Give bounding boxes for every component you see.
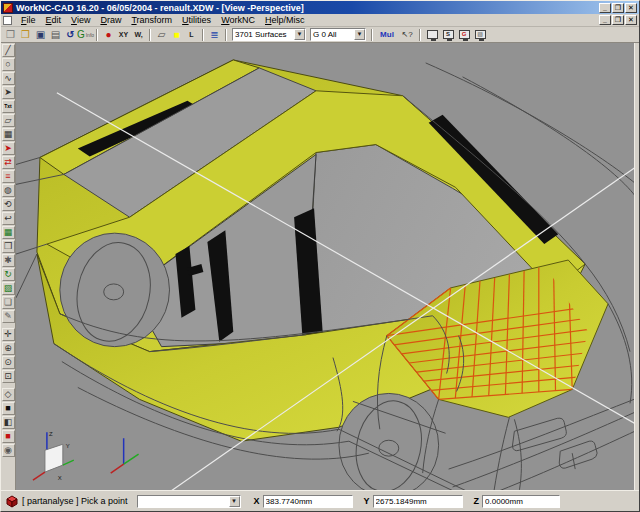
copy-tool[interactable]: ⇄	[2, 156, 15, 169]
hidden-line-cube-tool[interactable]: ◧	[2, 416, 15, 429]
toolbar-separator	[96, 29, 98, 41]
settings-tool[interactable]: ✱	[2, 254, 15, 267]
toolbar-separator	[371, 29, 373, 41]
xy-plane-button[interactable]: XY	[116, 28, 131, 42]
new-button[interactable]: ❐	[3, 28, 18, 42]
pick-tool[interactable]: ➤	[2, 86, 15, 99]
worknc-w-button[interactable]: W,	[131, 28, 146, 42]
folder-tool[interactable]: ❏	[2, 296, 15, 309]
monitor-icon: S	[443, 30, 454, 39]
x-coord-field[interactable]	[263, 495, 353, 508]
toolbar-separator	[202, 29, 204, 41]
monitor-icon: ▨	[475, 30, 486, 39]
group-combo-arrow[interactable]: ▼	[354, 29, 365, 40]
toolbar-separator	[149, 29, 151, 41]
zoom-in-tool[interactable]: ⊕	[2, 342, 15, 355]
color-swatch-button[interactable]: ■	[169, 28, 184, 42]
layer-combobox[interactable]: 3701 Surfaces ▼	[232, 28, 306, 41]
query-tool[interactable]: ✎	[2, 310, 15, 323]
monitor-icon: G	[459, 30, 470, 39]
application-window: WorkNC-CAD 16.20 - 06/05/2004 - renault.…	[0, 0, 640, 512]
mesh-tool[interactable]: ▦	[2, 128, 15, 141]
plane-z-label: Z	[49, 431, 53, 437]
plane-button[interactable]: ▱	[154, 28, 169, 42]
window-right-frame	[634, 43, 639, 490]
screen-shaded-button[interactable]: ▨	[472, 28, 488, 42]
layer-l-button[interactable]: L	[184, 28, 199, 42]
refresh-tool[interactable]: ↻	[2, 268, 15, 281]
status-prompt: [ partanalyse ] Pick a point	[22, 496, 128, 506]
circle-tool[interactable]: ○	[2, 58, 15, 71]
zoom-window-tool[interactable]: ⊡	[2, 370, 15, 383]
menu-bar: FileEditViewDrawTransformUtilitiesWorkNC…	[1, 14, 639, 27]
close-button[interactable]: ✕	[625, 3, 637, 13]
line-tool[interactable]: ╱	[2, 44, 15, 57]
document-icon	[3, 16, 12, 25]
undo-button[interactable]: ↺	[63, 28, 78, 42]
geometry-info-button[interactable]: GInfo	[78, 28, 93, 42]
menu-items: FileEditViewDrawTransformUtilitiesWorkNC…	[16, 14, 599, 26]
title-bar[interactable]: WorkNC-CAD 16.20 - 06/05/2004 - renault.…	[1, 1, 639, 14]
z-coord-field[interactable]	[482, 495, 560, 508]
z-coord-label: Z	[474, 496, 480, 506]
toolbar-separator	[419, 29, 421, 41]
surface-tool[interactable]: ▱	[2, 114, 15, 127]
page-tool[interactable]: ❒	[2, 240, 15, 253]
group-combobox[interactable]: G 0 All ▼	[310, 28, 366, 41]
mdi-restore-button[interactable]: ❐	[612, 15, 624, 25]
minimize-button[interactable]: _	[599, 3, 611, 13]
menu-item-draw[interactable]: Draw	[95, 14, 126, 26]
analysis-cube-icon	[5, 494, 19, 508]
window-grid-tool[interactable]: ▦	[2, 226, 15, 239]
toolbar-separator	[225, 29, 227, 41]
rotate-tool[interactable]: ⟲	[2, 198, 15, 211]
monitor-icon	[427, 30, 438, 39]
plane-x-label: X	[58, 475, 62, 481]
plane-y-label: Y	[66, 443, 70, 449]
main-toolbar: ❐❒▣▤↺GInfo●XYW,▱■L≣ 3701 Surfaces ▼ G 0 …	[1, 27, 639, 43]
move-tool[interactable]: ➤	[2, 142, 15, 155]
x-coord-label: X	[254, 496, 260, 506]
status-combo-arrow[interactable]: ▼	[229, 496, 240, 507]
view-mode-tool[interactable]: ◉	[2, 444, 15, 457]
menu-item-worknc[interactable]: WorkNC	[216, 14, 260, 26]
perspective-view[interactable]: Z Y X	[16, 43, 634, 490]
menu-item-file[interactable]: File	[16, 14, 41, 26]
save-button[interactable]: ▣	[33, 28, 48, 42]
shaded-cube-tool[interactable]: ■	[2, 430, 15, 443]
undo-view-tool[interactable]: ↩	[2, 212, 15, 225]
status-combobox[interactable]: ▼	[137, 495, 241, 508]
window-title: WorkNC-CAD 16.20 - 06/05/2004 - renault.…	[16, 2, 599, 14]
restore-button[interactable]: ❐	[612, 3, 624, 13]
status-bar: [ partanalyse ] Pick a point ▼ X Y Z	[1, 490, 639, 511]
sphere-view-button[interactable]: ●	[101, 28, 116, 42]
menu-item-view[interactable]: View	[66, 14, 95, 26]
text-tool[interactable]: Txt	[2, 100, 15, 113]
screen-group-button[interactable]: G	[456, 28, 472, 42]
mdi-close-button[interactable]: ✕	[625, 15, 637, 25]
layer-stack-button[interactable]: ≣	[207, 28, 222, 42]
wireframe-cube-tool[interactable]: ◇	[2, 388, 15, 401]
sphere-tool[interactable]: ◍	[2, 184, 15, 197]
context-help-button[interactable]: ↖?	[398, 28, 416, 42]
hatch-tool[interactable]: ▨	[2, 282, 15, 295]
open-button[interactable]: ❒	[18, 28, 33, 42]
y-coord-label: Y	[364, 496, 370, 506]
mul-button[interactable]: Mul	[376, 28, 398, 42]
menu-item-edit[interactable]: Edit	[41, 14, 67, 26]
menu-item-utilities[interactable]: Utilities	[177, 14, 216, 26]
spline-tool[interactable]: ∿	[2, 72, 15, 85]
menu-item-transform[interactable]: Transform	[126, 14, 177, 26]
y-coord-field[interactable]	[373, 495, 463, 508]
print-button[interactable]: ▤	[48, 28, 63, 42]
screen-select-button[interactable]: S	[440, 28, 456, 42]
viewport-canvas[interactable]: Z Y X	[16, 43, 634, 490]
solid-cube-tool[interactable]: ■	[2, 402, 15, 415]
zoom-all-tool[interactable]: ⊙	[2, 356, 15, 369]
screen-plain-button[interactable]	[424, 28, 440, 42]
layer-combo-arrow[interactable]: ▼	[294, 29, 305, 40]
fit-view-tool[interactable]: ✛	[2, 328, 15, 341]
menu-item-help-misc[interactable]: Help/Misc	[260, 14, 310, 26]
mdi-minimize-button[interactable]: _	[599, 15, 611, 25]
offset-tool[interactable]: ≡	[2, 170, 15, 183]
